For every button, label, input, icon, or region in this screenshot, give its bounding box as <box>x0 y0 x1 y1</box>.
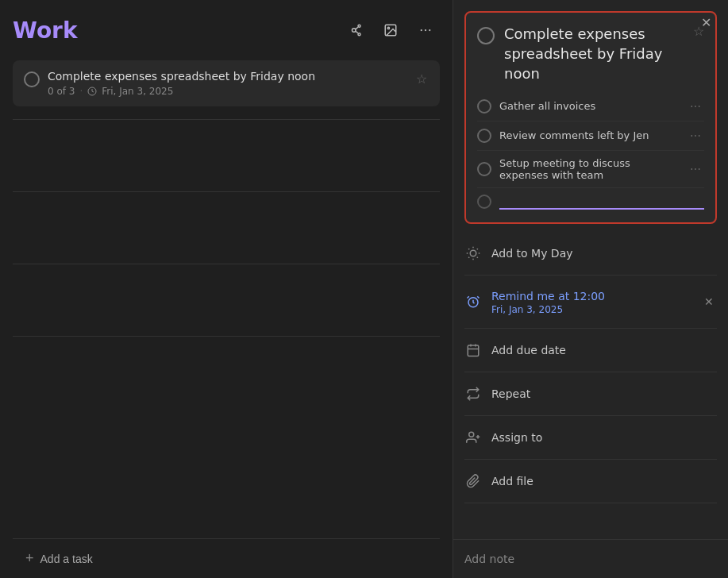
action-rows: Add to My Day Remind me at 12:00 Fri, Ja… <box>453 232 728 539</box>
new-subtask-circle <box>477 195 491 209</box>
reminder-row[interactable]: Remind me at 12:00 Fri, Jan 3, 2025 ✕ <box>464 276 717 329</box>
detail-card: Complete expenses spreadsheet by Friday … <box>464 11 717 224</box>
due-date-label: Add due date <box>491 344 566 356</box>
new-subtask-row <box>477 188 704 211</box>
divider-3 <box>13 264 440 264</box>
subtask-circle <box>477 99 491 114</box>
assign-to-label: Assign to <box>491 431 542 444</box>
reminder-dismiss-button[interactable]: ✕ <box>701 292 717 311</box>
add-file-row[interactable]: Add file <box>464 460 717 503</box>
detail-title: Complete expenses spreadsheet by Friday … <box>504 24 684 84</box>
right-panel: ✕ Complete expenses spreadsheet by Frida… <box>453 0 728 578</box>
svg-line-22 <box>477 296 479 298</box>
due-date-row[interactable]: Add due date <box>464 329 717 372</box>
list-title: Work <box>13 17 78 44</box>
close-button[interactable]: ✕ <box>695 11 717 33</box>
subtask-label: Setup meeting to discuss expenses with t… <box>499 157 679 181</box>
svg-line-18 <box>468 256 469 257</box>
add-to-my-day-row[interactable]: Add to My Day <box>464 232 717 276</box>
reminder-content: Remind me at 12:00 Fri, Jan 3, 2025 <box>491 288 691 315</box>
share-button[interactable] <box>341 16 370 44</box>
star-button[interactable]: ☆ <box>414 70 429 88</box>
task-date: Fri, Jan 3, 2025 <box>102 86 173 97</box>
plus-icon: + <box>25 550 34 567</box>
svg-line-3 <box>356 27 358 29</box>
svg-point-1 <box>358 25 360 27</box>
header-icons <box>341 16 440 44</box>
svg-point-2 <box>358 33 360 36</box>
image-button[interactable] <box>376 16 405 44</box>
add-file-label: Add file <box>491 475 533 487</box>
svg-point-9 <box>429 29 430 31</box>
svg-point-8 <box>425 29 426 31</box>
left-panel: Work Complete <box>0 0 453 578</box>
add-note-area[interactable]: Add note <box>453 539 728 578</box>
svg-point-6 <box>387 27 389 29</box>
attach-icon <box>464 472 482 490</box>
new-subtask-input[interactable] <box>499 195 704 210</box>
subtask-item[interactable]: Gather all invoices ⋯ <box>477 92 704 121</box>
add-to-my-day-label: Add to My Day <box>491 247 573 260</box>
subtask-label: Review comments left by Jen <box>499 129 679 141</box>
more-button[interactable] <box>411 16 440 44</box>
svg-rect-23 <box>468 345 479 356</box>
svg-line-21 <box>468 296 469 298</box>
task-meta: 0 of 3 · Fri, Jan 3, 2025 <box>48 86 406 97</box>
task-circle <box>24 71 40 87</box>
task-content: Complete expenses spreadsheet by Friday … <box>48 70 406 97</box>
reminder-sublabel: Fri, Jan 3, 2025 <box>491 304 691 315</box>
task-count: 0 of 3 <box>48 86 75 97</box>
task-item[interactable]: Complete expenses spreadsheet by Friday … <box>13 60 440 106</box>
divider-1 <box>13 119 440 120</box>
repeat-row[interactable]: Repeat <box>464 372 717 416</box>
task-title: Complete expenses spreadsheet by Friday … <box>48 70 406 83</box>
subtask-label: Gather all invoices <box>499 100 679 112</box>
add-task-label: Add a task <box>40 553 93 565</box>
subtask-menu-button[interactable]: ⋯ <box>687 161 704 177</box>
divider-4 <box>13 336 440 337</box>
clock-icon <box>87 87 97 96</box>
subtask-menu-button[interactable]: ⋯ <box>687 98 704 114</box>
alarm-icon <box>464 293 482 310</box>
repeat-label: Repeat <box>491 387 530 400</box>
svg-point-11 <box>470 250 476 256</box>
calendar-icon <box>464 341 482 359</box>
detail-circle[interactable] <box>477 27 495 44</box>
list-header: Work <box>13 16 440 44</box>
svg-point-7 <box>421 29 422 31</box>
svg-point-27 <box>469 432 474 437</box>
subtask-list: Gather all invoices ⋯ Review comments le… <box>477 92 704 211</box>
svg-line-15 <box>477 256 478 257</box>
detail-task-row: Complete expenses spreadsheet by Friday … <box>477 24 704 84</box>
subtask-item[interactable]: Review comments left by Jen ⋯ <box>477 121 704 151</box>
repeat-icon <box>464 385 482 403</box>
svg-line-14 <box>468 249 469 249</box>
assign-icon <box>464 429 482 446</box>
subtask-item[interactable]: Setup meeting to discuss expenses with t… <box>477 151 704 188</box>
add-task-button[interactable]: + Add a task <box>13 538 440 578</box>
subtask-menu-button[interactable]: ⋯ <box>687 128 704 144</box>
subtask-circle <box>477 129 491 143</box>
sun-icon <box>464 245 482 262</box>
divider-2 <box>13 191 440 192</box>
assign-to-row[interactable]: Assign to <box>464 416 717 460</box>
meta-dot: · <box>79 86 83 97</box>
svg-line-4 <box>356 31 358 33</box>
svg-line-19 <box>477 249 478 249</box>
reminder-label: Remind me at 12:00 <box>491 290 605 302</box>
subtask-circle <box>477 162 491 176</box>
